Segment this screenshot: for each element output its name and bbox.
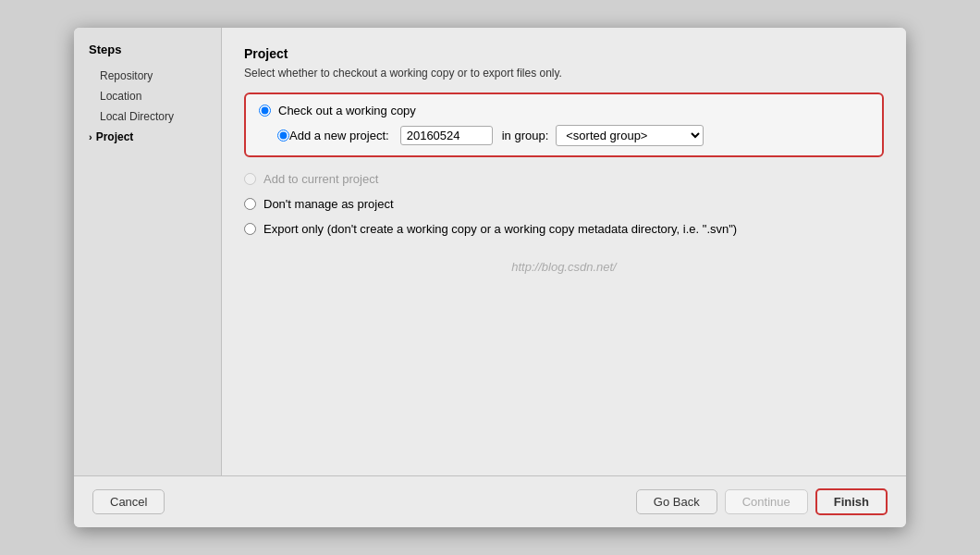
add-to-current-radio[interactable] xyxy=(244,173,256,185)
sidebar-item-project[interactable]: › Project xyxy=(74,127,221,147)
add-to-current-row: Add to current project xyxy=(244,166,884,191)
project-name-input[interactable] xyxy=(400,126,493,145)
add-to-current-label: Add to current project xyxy=(263,172,378,186)
finish-button[interactable]: Finish xyxy=(815,488,888,515)
footer-right: Go Back Continue Finish xyxy=(636,488,888,515)
dont-manage-label[interactable]: Don't manage as project xyxy=(263,197,394,211)
export-only-label[interactable]: Export only (don't create a working copy… xyxy=(263,222,737,236)
dont-manage-row: Don't manage as project xyxy=(244,191,884,216)
watermark: http://blog.csdn.net/ xyxy=(244,260,884,274)
dialog: Steps Repository Location Local Director… xyxy=(74,28,906,527)
export-only-radio[interactable] xyxy=(244,223,256,235)
in-group-label: in group: xyxy=(502,129,549,142)
checkout-label[interactable]: Check out a working copy xyxy=(278,104,416,117)
export-only-row: Export only (don't create a working copy… xyxy=(244,216,884,241)
footer-left: Cancel xyxy=(92,489,165,514)
dialog-body: Steps Repository Location Local Director… xyxy=(74,28,906,475)
go-back-button[interactable]: Go Back xyxy=(636,489,717,514)
arrow-icon: › xyxy=(89,131,92,142)
add-new-project-row: Add a new project: in group: <sorted gro… xyxy=(259,125,869,146)
cancel-button[interactable]: Cancel xyxy=(92,489,165,514)
sidebar: Steps Repository Location Local Director… xyxy=(74,28,222,475)
group-select[interactable]: <sorted group> xyxy=(556,125,704,146)
sidebar-item-local-directory[interactable]: Local Directory xyxy=(74,106,221,127)
sidebar-title: Steps xyxy=(74,43,221,66)
dialog-footer: Cancel Go Back Continue Finish xyxy=(74,475,906,527)
checkout-radio-row: Check out a working copy xyxy=(259,104,869,117)
continue-button: Continue xyxy=(725,489,808,514)
add-new-project-label[interactable]: Add a new project: xyxy=(289,129,389,142)
section-subtitle: Select whether to checkout a working cop… xyxy=(244,67,884,80)
dont-manage-radio[interactable] xyxy=(244,198,256,210)
sidebar-item-location[interactable]: Location xyxy=(74,86,221,106)
sidebar-item-repository[interactable]: Repository xyxy=(74,66,221,86)
main-content: Project Select whether to checkout a wor… xyxy=(222,28,906,475)
options-box: Check out a working copy Add a new proje… xyxy=(244,92,884,157)
section-title: Project xyxy=(244,46,884,61)
checkout-radio[interactable] xyxy=(259,105,271,117)
add-new-project-radio[interactable] xyxy=(277,130,289,142)
